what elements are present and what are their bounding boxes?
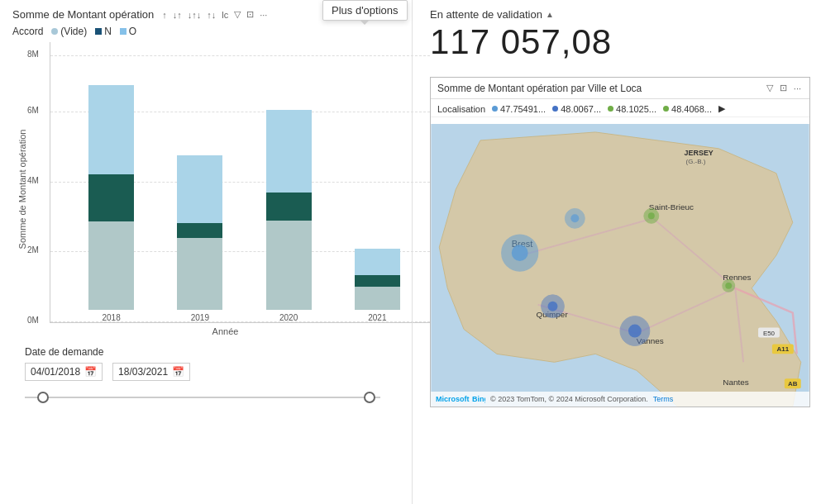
- bar-segment-2019-o: [177, 155, 222, 223]
- svg-text:A11: A11: [777, 345, 790, 353]
- map-expand-button[interactable]: ⊡: [778, 82, 789, 94]
- map-header-icons: ▽ ⊡ ···: [765, 82, 803, 94]
- legend-label-n: N: [104, 26, 112, 37]
- map-legend-dot-1: [492, 106, 498, 112]
- date-section: Date de demande 04/01/2018 📅 18/03/2021 …: [25, 346, 401, 406]
- map-legend-label: Localisation: [437, 104, 485, 114]
- map-footer: Microsoft Bing © 2023 TomTom, © 2024 Mic…: [431, 392, 809, 407]
- legend-dot-vide: [51, 28, 58, 35]
- bar-group-2021[interactable]: 2021: [355, 249, 400, 322]
- y-tick-6m: 6M: [27, 106, 39, 115]
- legend-item-o: O: [120, 26, 136, 37]
- bar-segment-2021-o: [355, 249, 400, 275]
- svg-text:E50: E50: [763, 330, 776, 337]
- end-date-calendar-icon: 📅: [172, 366, 184, 378]
- svg-text:JERSEY: JERSEY: [685, 149, 714, 157]
- svg-text:(G.-B.): (G.-B.): [686, 158, 706, 165]
- chart-title: Somme de Montant opération: [12, 8, 154, 21]
- panel-divider: [412, 0, 413, 504]
- expand-button[interactable]: ⊡: [245, 8, 255, 21]
- bar-stack-2021: [355, 249, 400, 310]
- left-panel: Somme de Montant opération ↑ ↓↑ ↓↑↓ ↑↓ l…: [0, 0, 413, 504]
- bar-group-2020[interactable]: 2020: [266, 110, 312, 322]
- chart-legend: Accord (Vide) N O: [12, 26, 401, 37]
- bar-stack-2019: [177, 155, 222, 310]
- date-label: Date de demande: [25, 346, 401, 358]
- map-legend-item-4: 48.4068...: [663, 104, 712, 114]
- filter-button[interactable]: ▽: [232, 8, 242, 21]
- kpi-arrow-icon: ▲: [546, 10, 554, 19]
- more-options-tooltip: Plus d'options: [322, 0, 408, 21]
- map-legend-text-2: 48.0067...: [561, 104, 601, 114]
- kpi-section: En attente de validation ▲ 117 057,08: [430, 8, 809, 62]
- bar-label-2019: 2019: [191, 313, 209, 322]
- kpi-value: 117 057,08: [430, 22, 809, 62]
- map-filter-button[interactable]: ▽: [765, 82, 775, 94]
- date-range-slider[interactable]: [25, 389, 380, 406]
- y-tick-2m: 2M: [27, 245, 39, 254]
- y-tick-8m: 8M: [27, 50, 39, 59]
- bar-group-2019[interactable]: 2019: [177, 155, 222, 322]
- bar-stack-2018: [88, 85, 134, 310]
- y-tick-0m: 0M: [27, 316, 39, 325]
- bar-segment-2019-n: [177, 223, 222, 238]
- map-legend-dot-2: [552, 106, 558, 112]
- bar-segment-2019-vide: [177, 238, 222, 310]
- map-body[interactable]: A11 E50 AB Brest Quimper Vannes Saint-Br…: [431, 124, 809, 407]
- map-legend-dot-3: [608, 106, 613, 112]
- date-inputs: 04/01/2018 📅 18/03/2021 📅: [25, 363, 401, 381]
- slider-thumb-left[interactable]: [37, 392, 49, 403]
- legend-label-o: O: [129, 26, 136, 37]
- sort-asc-button[interactable]: ↑: [160, 9, 169, 21]
- sort-alt-button[interactable]: ↑↓: [205, 9, 217, 21]
- svg-text:Nantes: Nantes: [723, 378, 749, 387]
- sort-multi-button[interactable]: ↓↑↓: [186, 9, 203, 21]
- legend-item-vide: (Vide): [51, 26, 87, 37]
- sort-desc-button[interactable]: ↓↑: [171, 9, 184, 21]
- bars-area: 2018 2019: [67, 50, 422, 322]
- kpi-label: En attente de validation ▲: [430, 8, 809, 21]
- chart-toolbar: ↑ ↓↑ ↓↑↓ ↑↓ lc ▽ ⊡ ···: [160, 8, 269, 21]
- svg-point-26: [725, 283, 732, 289]
- focus-button[interactable]: lc: [220, 9, 230, 21]
- bar-label-2020: 2020: [279, 313, 298, 322]
- y-tick-4m: 4M: [27, 176, 39, 185]
- more-options-button[interactable]: ···: [258, 9, 269, 21]
- map-legend-more[interactable]: ▶: [718, 103, 725, 114]
- bar-group-2018[interactable]: 2018: [88, 85, 134, 322]
- svg-text:Microsoft: Microsoft: [436, 395, 470, 403]
- start-date-value: 04/01/2018: [31, 366, 80, 378]
- map-header: Somme de Montant opération par Ville et …: [431, 78, 809, 99]
- map-legend-item-3: 48.1025...: [608, 104, 656, 114]
- x-axis-title: Année: [50, 326, 401, 336]
- map-terms-link[interactable]: Terms: [653, 395, 674, 403]
- map-legend-dot-4: [663, 106, 669, 112]
- svg-point-20: [548, 302, 558, 311]
- map-copyright: © 2023 TomTom, © 2024 Microsoft Corporat…: [490, 395, 648, 403]
- tooltip-text: Plus d'options: [332, 4, 399, 17]
- start-date-input[interactable]: 04/01/2018 📅: [25, 363, 103, 381]
- map-title: Somme de Montant opération par Ville et …: [437, 83, 761, 94]
- start-date-calendar-icon: 📅: [84, 366, 97, 378]
- svg-point-22: [628, 325, 642, 338]
- map-section: Somme de Montant opération par Ville et …: [430, 77, 810, 407]
- bar-label-2021: 2021: [368, 313, 386, 322]
- svg-point-16: [512, 245, 528, 261]
- end-date-input[interactable]: 18/03/2021 📅: [112, 363, 190, 381]
- legend-item-n: N: [95, 26, 112, 37]
- slider-thumb-right[interactable]: [364, 392, 375, 403]
- bar-segment-2020-n: [266, 193, 312, 221]
- bing-logo: Microsoft Bing: [436, 393, 485, 405]
- svg-text:AB: AB: [788, 380, 798, 388]
- bar-stack-2020: [266, 110, 312, 310]
- right-panel: En attente de validation ▲ 117 057,08 So…: [418, 0, 821, 504]
- map-more-button[interactable]: ···: [792, 82, 803, 94]
- y-axis-label: Somme de Montant opération: [17, 130, 27, 250]
- legend-label-vide: (Vide): [60, 26, 87, 37]
- end-date-value: 18/03/2021: [118, 366, 168, 378]
- bar-segment-2021-n: [355, 275, 400, 287]
- svg-point-18: [570, 214, 579, 222]
- bar-segment-2018-o: [88, 85, 134, 174]
- slider-fill: [25, 397, 380, 398]
- map-legend-text-4: 48.4068...: [671, 104, 712, 114]
